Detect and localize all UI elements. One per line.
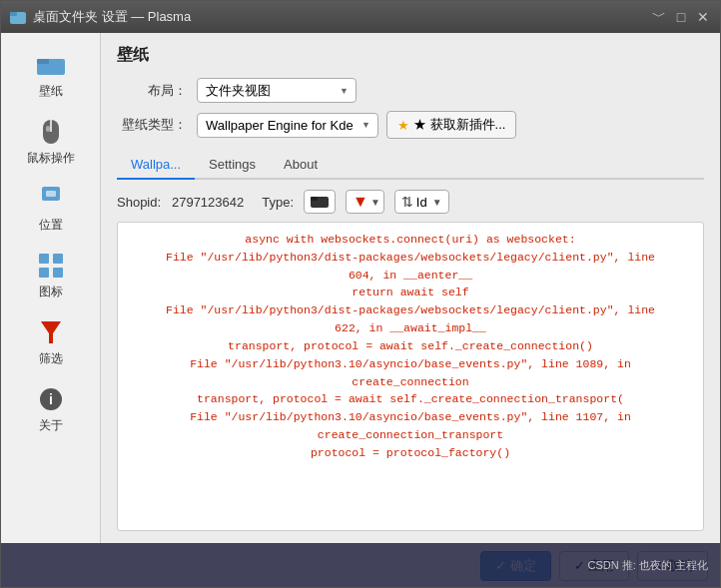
main-window: 桌面文件夹 设置 — Plasma ﹀ □ ✕ 壁纸 bbox=[0, 0, 721, 588]
error-line-9: transport, protocol = await self._create… bbox=[130, 390, 691, 408]
error-line-4: File "/usr/lib/python3/dist-packages/web… bbox=[130, 301, 691, 319]
svg-rect-6 bbox=[46, 126, 50, 132]
tab-wallpa[interactable]: Wallpa... bbox=[117, 151, 195, 180]
error-output-box[interactable]: async with websockets.connect(uri) as we… bbox=[117, 222, 704, 531]
location-icon bbox=[35, 183, 67, 215]
section-title: 壁纸 bbox=[117, 45, 704, 66]
filter-icon bbox=[35, 316, 67, 348]
sidebar-item-mouse[interactable]: 鼠标操作 bbox=[1, 108, 100, 175]
svg-rect-12 bbox=[53, 268, 63, 278]
sidebar-label-location: 位置 bbox=[39, 217, 63, 234]
sort-id-label: Id bbox=[416, 195, 427, 210]
layout-select[interactable]: 文件夹视图 bbox=[197, 78, 357, 103]
sidebar-item-about[interactable]: i 关于 bbox=[1, 375, 100, 442]
error-line-8: create_connection bbox=[130, 373, 691, 391]
star-icon: ★ bbox=[397, 118, 409, 133]
folder-dark-icon bbox=[311, 194, 329, 210]
overlay-text: CSDN 推: 也夜的 主程化 bbox=[588, 558, 708, 573]
window-title: 桌面文件夹 设置 — Plasma bbox=[33, 8, 191, 26]
funnel-icon: ▼ bbox=[353, 194, 368, 210]
wallpaper-type-select-wrapper: Wallpaper Engine for Kde bbox=[197, 113, 378, 138]
sidebar-label-mouse: 鼠标操作 bbox=[27, 150, 75, 167]
shopid-label: Shopid: 2797123642 bbox=[117, 195, 244, 210]
layout-select-wrapper: 文件夹视图 bbox=[197, 78, 357, 103]
error-line-6: transport, protocol = await self._create… bbox=[130, 337, 691, 355]
main-body: 壁纸 鼠标操作 bbox=[1, 33, 720, 543]
layout-row: 布局： 文件夹视图 bbox=[117, 78, 704, 103]
app-icon bbox=[9, 8, 27, 26]
error-line-7: File "/usr/lib/python3.10/asyncio/base_e… bbox=[130, 355, 691, 373]
error-line-12: protocol = protocol_factory() bbox=[130, 444, 691, 462]
sidebar-label-filter: 筛选 bbox=[39, 350, 63, 367]
error-line-10: File "/usr/lib/python3.10/asyncio/base_e… bbox=[130, 408, 691, 426]
titlebar-buttons: ﹀ □ ✕ bbox=[650, 8, 712, 26]
shop-toolbar: Shopid: 2797123642 Type: ▼ ▼ bbox=[117, 190, 704, 214]
layout-control: 文件夹视图 bbox=[197, 78, 704, 103]
svg-rect-17 bbox=[311, 197, 318, 201]
sidebar-label-wallpaper: 壁纸 bbox=[39, 83, 63, 100]
grid-icon bbox=[35, 250, 67, 282]
sidebar-item-wallpaper[interactable]: 壁纸 bbox=[1, 41, 100, 108]
type-label: Type: bbox=[262, 195, 294, 210]
tab-bar: Wallpa... Settings About bbox=[117, 151, 704, 180]
sidebar: 壁纸 鼠标操作 bbox=[1, 33, 101, 543]
sort-icon: ⇅ bbox=[401, 194, 413, 210]
svg-rect-3 bbox=[37, 59, 49, 64]
svg-rect-8 bbox=[46, 191, 56, 197]
folder-icon bbox=[35, 49, 67, 81]
filter-dropdown-arrow: ▼ bbox=[370, 197, 380, 208]
mouse-icon bbox=[35, 116, 67, 148]
footer: ✓ 确定 ✓ 应用 ✕ 取消 CSDN 推: 也夜的 主程化 bbox=[1, 543, 720, 587]
sidebar-item-icons[interactable]: 图标 bbox=[1, 242, 100, 308]
info-icon: i bbox=[35, 383, 67, 415]
svg-rect-1 bbox=[10, 12, 17, 16]
sidebar-label-icons: 图标 bbox=[39, 284, 63, 300]
svg-rect-10 bbox=[53, 254, 63, 264]
svg-rect-9 bbox=[39, 254, 49, 264]
titlebar-left: 桌面文件夹 设置 — Plasma bbox=[9, 8, 191, 26]
error-line-5: 622, in __await_impl__ bbox=[130, 319, 691, 337]
error-line-2: 604, in __aenter__ bbox=[130, 267, 691, 285]
tab-settings[interactable]: Settings bbox=[195, 151, 270, 180]
sort-dropdown-arrow: ▼ bbox=[432, 197, 442, 208]
svg-rect-11 bbox=[39, 268, 49, 278]
svg-text:i: i bbox=[49, 391, 53, 407]
svg-marker-13 bbox=[41, 321, 61, 343]
maximize-button[interactable]: □ bbox=[672, 8, 690, 26]
wallpaper-type-row: 壁纸类型： Wallpaper Engine for Kde ★ ★ 获取新插件… bbox=[117, 111, 704, 139]
wallpaper-type-label: 壁纸类型： bbox=[117, 116, 197, 134]
wallpaper-type-select[interactable]: Wallpaper Engine for Kde bbox=[197, 113, 378, 138]
sort-button[interactable]: ⇅ Id ▼ bbox=[394, 190, 449, 214]
error-line-1: File "/usr/lib/python3/dist-packages/web… bbox=[130, 249, 691, 267]
titlebar: 桌面文件夹 设置 — Plasma ﹀ □ ✕ bbox=[1, 1, 720, 33]
close-button[interactable]: ✕ bbox=[694, 8, 712, 26]
get-plugins-label: ★ 获取新插件... bbox=[413, 116, 505, 134]
layout-label: 布局： bbox=[117, 82, 197, 100]
folder-type-button[interactable] bbox=[304, 190, 336, 214]
sidebar-label-about: 关于 bbox=[39, 417, 63, 434]
filter-type-button[interactable]: ▼ ▼ bbox=[346, 190, 384, 214]
footer-overlay: CSDN 推: 也夜的 主程化 bbox=[1, 543, 720, 587]
content-area: 壁纸 布局： 文件夹视图 壁纸类型： Wallpaper Engine for … bbox=[101, 33, 720, 543]
get-plugins-button[interactable]: ★ ★ 获取新插件... bbox=[386, 111, 516, 139]
error-line-11: create_connection_transport bbox=[130, 426, 691, 444]
wallpaper-type-control: Wallpaper Engine for Kde ★ ★ 获取新插件... bbox=[197, 111, 704, 139]
error-line-3: return await self bbox=[130, 284, 691, 301]
minimize-button[interactable]: ﹀ bbox=[650, 8, 668, 26]
error-line-0: async with websockets.connect(uri) as we… bbox=[130, 231, 691, 249]
sidebar-item-location[interactable]: 位置 bbox=[1, 175, 100, 242]
tab-about[interactable]: About bbox=[270, 151, 332, 180]
sidebar-item-filter[interactable]: 筛选 bbox=[1, 308, 100, 375]
